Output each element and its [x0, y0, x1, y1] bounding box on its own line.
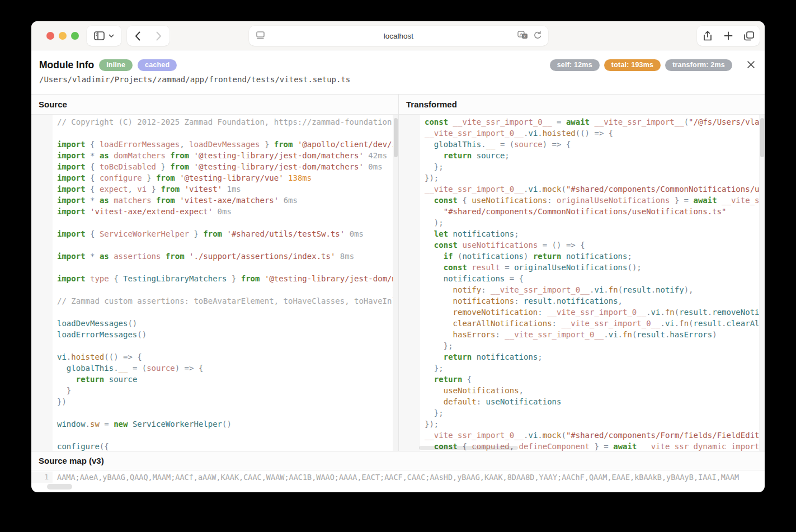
close-window-button[interactable] — [46, 32, 54, 40]
browser-toolbar: localhost A x — [31, 21, 765, 50]
code-line: 15import type { TestingLibraryMatchers }… — [31, 273, 398, 284]
code-text — [53, 239, 398, 251]
code-line: 5import { toBeDisabled } from '@testing-… — [31, 161, 398, 172]
code-text: let notifications; — [420, 228, 765, 239]
code-line: 25 } — [31, 385, 398, 396]
code-text: }; — [420, 340, 765, 351]
code-text: notifications: result.notifications, — [420, 295, 765, 307]
code-text: const result = originalUseNotifications(… — [420, 262, 765, 273]
new-tab-icon — [724, 31, 733, 40]
sourcemap-horizontal-scrollbar-thumb[interactable] — [47, 484, 72, 489]
address-bar[interactable]: localhost A x — [249, 26, 548, 46]
code-text: // Zammad custom assertions: toBeAvatarE… — [53, 295, 398, 307]
tab-overview-button[interactable] — [739, 26, 760, 46]
code-text: import 'vitest-axe/extend-expect' 0ms — [53, 206, 398, 217]
back-button[interactable] — [127, 26, 148, 46]
code-text: default: useNotifications — [420, 396, 765, 407]
transformed-vertical-scrollbar-thumb[interactable] — [760, 118, 764, 157]
code-line: 20loadErrorMessages() — [31, 329, 398, 340]
source-vertical-scrollbar-thumb[interactable] — [394, 118, 398, 157]
cached-badge: cached — [138, 59, 177, 71]
code-text: "#shared/components/CommonNotifications/… — [420, 206, 765, 217]
code-text — [53, 217, 398, 228]
sourcemap-code-view[interactable]: 1AAMA;AAeA,yBAAG,QAAQ,MAAM;AACf,aAAW,KAA… — [31, 470, 765, 483]
code-text: }) — [53, 396, 398, 407]
code-line: 9import 'vitest-axe/extend-expect' 0ms — [31, 206, 398, 217]
code-line: 22vi.hoisted(() => { — [31, 351, 398, 362]
code-line: 4import * as domMatchers from '@testing-… — [31, 150, 398, 161]
line-number-gutter — [31, 115, 53, 451]
translate-icon[interactable]: A x — [517, 31, 528, 40]
code-text — [53, 407, 398, 418]
code-text — [53, 284, 398, 295]
code-line: 4 return source; — [399, 150, 765, 161]
code-line: 29__vite_ssr_import_0__.vi.mock("#shared… — [399, 430, 765, 441]
code-text: }); — [420, 172, 765, 183]
close-panel-button[interactable] — [745, 58, 757, 70]
reload-icon[interactable] — [533, 31, 541, 40]
code-line: 3 globalThis.__ = (source) => { — [399, 139, 765, 150]
code-line: 24 return source — [31, 374, 398, 385]
transformed-horizontal-scrollbar-thumb[interactable] — [419, 446, 518, 450]
line-number-gutter — [399, 115, 420, 451]
code-line: 10 — [31, 217, 398, 228]
code-line: 14 — [31, 262, 398, 273]
code-line: 23 globalThis.__ = (source) => { — [31, 362, 398, 374]
browser-window: localhost A x — [31, 21, 765, 492]
code-line: 20 hasErrors: __vite_ssr_import_0__.vi.f… — [399, 329, 765, 340]
code-text: import { toBeDisabled } from '@testing-l… — [53, 161, 398, 172]
code-text — [53, 340, 398, 351]
code-line: 12 const useNotifications = () => { — [399, 239, 765, 251]
code-text: import * as assertions from './support/a… — [53, 251, 398, 262]
code-line: 9 "#shared/components/CommonNotification… — [399, 206, 765, 217]
line-number: 1 — [31, 472, 53, 483]
code-line: 11import { ServiceWorkerHelper } from '#… — [31, 228, 398, 239]
share-button[interactable] — [698, 26, 718, 46]
code-text: clearAllNotifications: __vite_ssr_import… — [420, 318, 765, 329]
code-line: 29 — [31, 430, 398, 441]
transformed-vertical-scrollbar[interactable] — [759, 115, 765, 451]
code-text: return { — [420, 374, 765, 385]
code-text: ); — [420, 217, 765, 228]
code-text: AAMA;AAeA,yBAAG,QAAQ,MAAM;AACf,aAAW,KAAK… — [53, 472, 765, 483]
source-panel: Source 1// Copyright (C) 2012-2025 Zamma… — [31, 95, 398, 451]
expand-window-button[interactable] — [71, 32, 79, 40]
code-line: 19 clearAllNotifications: __vite_ssr_imp… — [399, 318, 765, 329]
code-text: const { useNotifications: originalUseNot… — [420, 195, 765, 206]
self-time-badge: self: 12ms — [550, 59, 600, 71]
source-code-view[interactable]: 1// Copyright (C) 2012-2025 Zammad Found… — [31, 115, 398, 451]
sourcemap-section: Source map (v3) 1AAMA;AAeA,yBAAG,QAAQ,MA… — [31, 451, 765, 492]
new-tab-button[interactable] — [718, 26, 739, 46]
back-icon — [135, 31, 140, 41]
code-line: 7__vite_ssr_import_0__.vi.mock("#shared/… — [399, 183, 765, 195]
code-text — [53, 307, 398, 318]
code-text: import { configure } from '@testing-libr… — [53, 172, 398, 183]
code-text: notifications = { — [420, 273, 765, 284]
module-path: /Users/vladimir/Projects/zammad/app/fron… — [39, 75, 350, 84]
code-text: removeNotification: __vite_ssr_import_0_… — [420, 307, 765, 318]
code-text: configure({ — [53, 441, 398, 451]
code-line: 19loadDevMessages() — [31, 318, 398, 329]
source-vertical-scrollbar[interactable] — [393, 115, 398, 451]
code-line: 13 if (notifications) return notificatio… — [399, 251, 765, 262]
code-text: loadDevMessages() — [53, 318, 398, 329]
minimize-window-button[interactable] — [59, 32, 67, 40]
code-text: notify: __vite_ssr_import_0__.vi.fn(resu… — [420, 284, 765, 295]
code-panels: Source 1// Copyright (C) 2012-2025 Zamma… — [31, 94, 765, 451]
code-text — [53, 430, 398, 441]
code-line: 8import * as matchers from 'vitest-axe/m… — [31, 195, 398, 206]
sidebar-toggle-button[interactable] — [87, 26, 121, 46]
transformed-panel: Transformed 1const __vite_ssr_import_0__… — [398, 95, 765, 451]
code-text — [53, 262, 398, 273]
code-text: }); — [420, 418, 765, 430]
module-info-header: Module Info inline cached /Users/vladimi… — [31, 50, 765, 94]
code-text: __vite_ssr_import_0__.vi.mock("#shared/c… — [420, 183, 765, 195]
code-line: 25 useNotifications, — [399, 385, 765, 396]
code-line: 30configure({ — [31, 441, 398, 451]
code-text: globalThis.__ = (source) => { — [420, 139, 765, 150]
forward-button[interactable] — [148, 26, 169, 46]
transformed-code-view[interactable]: 1const __vite_ssr_import_0__ = await __v… — [399, 115, 765, 451]
code-line: 6import { configure } from '@testing-lib… — [31, 172, 398, 183]
code-line: 28window.sw = new ServiceWorkerHelper() — [31, 418, 398, 430]
code-line: 27 — [31, 407, 398, 418]
